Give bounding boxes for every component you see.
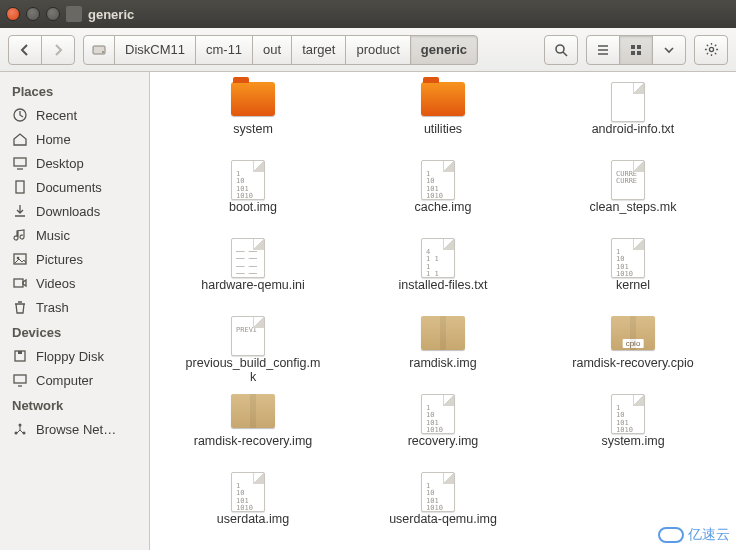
file-name: previous_build_config.mk xyxy=(183,356,323,385)
file-item[interactable]: PREVIprevious_build_config.mk xyxy=(158,310,348,388)
sidebar-item-label: Music xyxy=(36,228,70,243)
file-item[interactable]: 4 1 1 1 1 1installed-files.txt xyxy=(348,232,538,310)
chevron-left-icon xyxy=(19,44,31,56)
file-icon xyxy=(611,316,655,352)
back-button[interactable] xyxy=(8,35,42,65)
sidebar-item-pictures[interactable]: Pictures xyxy=(0,247,149,271)
svg-point-2 xyxy=(556,45,564,53)
search-button[interactable] xyxy=(544,35,578,65)
file-name: userdata-qemu.img xyxy=(389,512,497,526)
svg-point-1 xyxy=(102,51,104,53)
path-drive-button[interactable] xyxy=(83,35,115,65)
file-item[interactable]: 1 10 101 1010cache.img xyxy=(348,154,538,232)
close-window-button[interactable] xyxy=(6,7,20,21)
file-item[interactable]: 1 10 101 1010userdata.img xyxy=(158,466,348,544)
file-item[interactable]: 1 10 101 1010recovery.img xyxy=(348,388,538,466)
sidebar-item-label: Trash xyxy=(36,300,69,315)
file-icon: 1 10 101 1010 xyxy=(611,394,655,430)
sidebar-item-home[interactable]: Home xyxy=(0,127,149,151)
breadcrumb-label: product xyxy=(356,42,399,57)
forward-button[interactable] xyxy=(41,35,75,65)
svg-rect-11 xyxy=(16,181,24,193)
sidebar-item-downloads[interactable]: Downloads xyxy=(0,199,149,223)
file-name: ramdisk-recovery.img xyxy=(194,434,313,448)
minimize-window-button[interactable] xyxy=(26,7,40,21)
chevron-down-icon xyxy=(663,44,675,56)
toolbar: DiskCM11cm-11outtargetproductgeneric xyxy=(0,28,736,72)
file-icon: ── ── ── ── ── ── ── ── xyxy=(231,238,275,274)
sidebar-item-trash[interactable]: Trash xyxy=(0,295,149,319)
file-icon: 1 10 101 1010 xyxy=(421,394,465,430)
file-item[interactable]: ── ── ── ── ── ── ── ──hardware-qemu.ini xyxy=(158,232,348,310)
sidebar: PlacesRecentHomeDesktopDocumentsDownload… xyxy=(0,72,150,550)
svg-rect-16 xyxy=(18,351,22,354)
breadcrumb-label: target xyxy=(302,42,335,57)
sidebar-item-browse-net-[interactable]: Browse Net… xyxy=(0,417,149,441)
file-icon xyxy=(421,316,465,352)
home-icon xyxy=(12,131,28,147)
doc-icon xyxy=(12,179,28,195)
sidebar-item-desktop[interactable]: Desktop xyxy=(0,151,149,175)
file-name: android-info.txt xyxy=(592,122,675,136)
file-item[interactable]: system xyxy=(158,76,348,154)
file-icon: PREVI xyxy=(231,316,275,352)
list-view-button[interactable] xyxy=(586,35,620,65)
breadcrumb-target[interactable]: target xyxy=(291,35,346,65)
svg-rect-6 xyxy=(631,51,635,55)
file-item[interactable]: 1 10 101 1010system.img xyxy=(538,388,728,466)
desktop-icon xyxy=(12,155,28,171)
breadcrumb-generic[interactable]: generic xyxy=(410,35,478,65)
breadcrumb-diskcm11[interactable]: DiskCM11 xyxy=(114,35,196,65)
sidebar-item-label: Browse Net… xyxy=(36,422,116,437)
file-item[interactable]: ramdisk-recovery.img xyxy=(158,388,348,466)
svg-rect-5 xyxy=(637,45,641,49)
breadcrumb-product[interactable]: product xyxy=(345,35,410,65)
file-item[interactable]: utilities xyxy=(348,76,538,154)
sidebar-item-label: Floppy Disk xyxy=(36,349,104,364)
sidebar-item-recent[interactable]: Recent xyxy=(0,103,149,127)
files-pane[interactable]: systemutilitiesandroid-info.txt1 10 101 … xyxy=(150,72,736,550)
file-name: cache.img xyxy=(415,200,472,214)
file-item[interactable]: ramdisk-recovery.cpio xyxy=(538,310,728,388)
file-item[interactable]: CURRE CURREclean_steps.mk xyxy=(538,154,728,232)
file-item[interactable]: 1 10 101 1010kernel xyxy=(538,232,728,310)
chevron-right-icon xyxy=(52,44,64,56)
sidebar-item-floppy-disk[interactable]: Floppy Disk xyxy=(0,344,149,368)
sidebar-item-computer[interactable]: Computer xyxy=(0,368,149,392)
file-item[interactable]: 1 10 101 1010boot.img xyxy=(158,154,348,232)
sidebar-item-label: Documents xyxy=(36,180,102,195)
grid-icon xyxy=(629,43,643,57)
grid-view-button[interactable] xyxy=(619,35,653,65)
file-item[interactable]: 1 10 101 1010userdata-qemu.img xyxy=(348,466,538,544)
sidebar-item-documents[interactable]: Documents xyxy=(0,175,149,199)
floppy-icon xyxy=(12,348,28,364)
sidebar-item-music[interactable]: Music xyxy=(0,223,149,247)
file-name: clean_steps.mk xyxy=(590,200,677,214)
breadcrumb-out[interactable]: out xyxy=(252,35,292,65)
file-name: utilities xyxy=(424,122,462,136)
breadcrumb-cm-11[interactable]: cm-11 xyxy=(195,35,253,65)
trash-icon xyxy=(12,299,28,315)
file-icon: CURRE CURRE xyxy=(611,160,655,196)
file-name: hardware-qemu.ini xyxy=(201,278,305,292)
file-item[interactable]: android-info.txt xyxy=(538,76,728,154)
view-options-button[interactable] xyxy=(652,35,686,65)
breadcrumb-label: generic xyxy=(421,42,467,57)
file-name: boot.img xyxy=(229,200,277,214)
breadcrumb-label: cm-11 xyxy=(206,42,242,57)
sidebar-item-label: Pictures xyxy=(36,252,83,267)
maximize-window-button[interactable] xyxy=(46,7,60,21)
sidebar-heading-places: Places xyxy=(0,78,149,103)
sidebar-item-label: Recent xyxy=(36,108,77,123)
sidebar-heading-network: Network xyxy=(0,392,149,417)
file-item[interactable]: ramdisk.img xyxy=(348,310,538,388)
sidebar-item-label: Desktop xyxy=(36,156,84,171)
breadcrumb-label: out xyxy=(263,42,281,57)
svg-rect-10 xyxy=(14,158,26,166)
network-icon xyxy=(12,421,28,437)
sidebar-item-videos[interactable]: Videos xyxy=(0,271,149,295)
file-name: recovery.img xyxy=(408,434,479,448)
svg-point-8 xyxy=(709,47,713,51)
settings-button[interactable] xyxy=(694,35,728,65)
sidebar-item-label: Downloads xyxy=(36,204,100,219)
